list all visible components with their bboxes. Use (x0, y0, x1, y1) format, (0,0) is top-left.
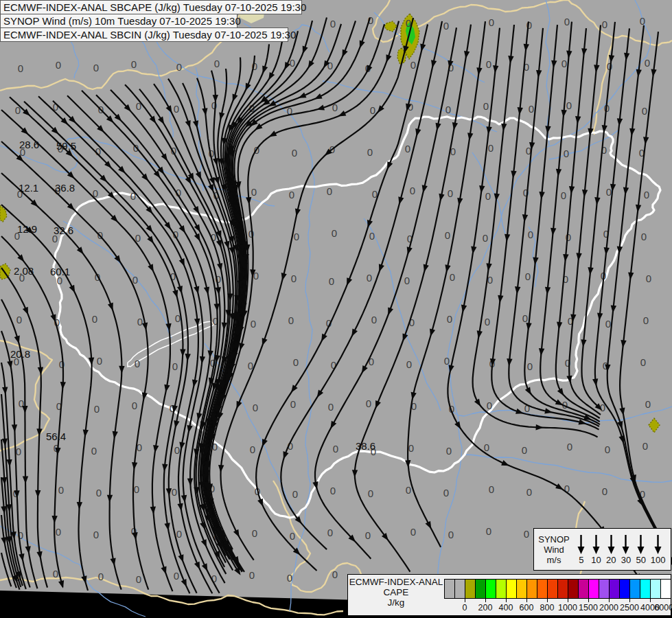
zero-value: 0 (332, 569, 338, 580)
title-sbcin: ECMWF-INDEX-ANAL SBCIN (J/kg) Tuesday 07… (0, 27, 288, 42)
unit-label: m/s (547, 555, 561, 565)
zero-value: 0 (561, 58, 567, 69)
zero-value: 0 (368, 488, 373, 499)
zero-value: 0 (643, 314, 649, 326)
cape-color-cell (651, 580, 661, 598)
cape-tick-label: 2000 (599, 603, 618, 613)
zero-value: 0 (328, 401, 334, 413)
zero-value: 0 (172, 360, 178, 372)
wind-speed-scale: 510203050100 (574, 529, 671, 570)
cape-tick (568, 599, 568, 602)
station-value: 59.5 (56, 140, 76, 152)
cape-color-cell (630, 580, 640, 598)
zero-value: 0 (327, 60, 333, 71)
cape-color-cell (640, 580, 651, 598)
zero-value: 0 (291, 273, 297, 284)
wind-speed-value: 5 (579, 555, 583, 565)
zero-value: 0 (485, 316, 490, 328)
zero-value: 0 (135, 358, 140, 369)
zero-value: 0 (294, 231, 299, 242)
zero-value: 0 (330, 18, 336, 30)
wind-label: Wind (544, 545, 564, 555)
zero-value: 0 (16, 314, 22, 325)
zero-value: 0 (406, 484, 411, 496)
wind-speed-value: 20 (606, 555, 616, 565)
cape-tick (609, 599, 610, 602)
zero-value: 0 (405, 143, 410, 154)
zero-value: 0 (92, 313, 97, 325)
zero-value: 0 (288, 314, 294, 326)
station-value: 38.6 (356, 440, 375, 452)
zero-value: 0 (529, 103, 534, 115)
zero-value: 0 (91, 445, 97, 457)
zero-value: 0 (443, 487, 449, 499)
zero-value: 0 (640, 15, 645, 27)
zero-value: 0 (131, 58, 137, 70)
zero-value: 0 (365, 529, 371, 541)
station-value: 56.4 (46, 431, 66, 442)
zero-value: 0 (96, 487, 102, 499)
zero-value: 0 (443, 20, 449, 32)
synop-label: SYNOP (538, 534, 570, 545)
map-domain (0, 0, 672, 608)
cape-color-cell (465, 580, 476, 598)
zero-value: 0 (566, 100, 572, 111)
down-arrow-icon (621, 534, 631, 554)
zero-value: 0 (176, 528, 182, 540)
zero-value: 0 (132, 400, 137, 411)
weather-analysis-map: 0000000000000000000000000000000000000000… (0, 0, 672, 618)
zero-value: 0 (410, 59, 416, 71)
wind-speed-class: 20 (606, 534, 616, 565)
zero-value: 0 (290, 398, 296, 410)
zero-value: 0 (410, 185, 415, 196)
zero-value: 0 (640, 356, 646, 368)
cape-color-cell (599, 580, 610, 598)
zero-value: 0 (93, 62, 99, 73)
down-arrow-icon (636, 534, 646, 554)
zero-value: 0 (485, 190, 491, 202)
cape-color-cell (568, 580, 579, 598)
zero-value: 0 (290, 530, 295, 542)
zero-value: 0 (445, 104, 451, 115)
wind-speed-value: 100 (651, 555, 666, 565)
synop-legend-title: SYNOP Wind m/s (534, 529, 574, 570)
cape-tick-label: 600 (520, 603, 534, 613)
station-value: 36.8 (55, 182, 75, 194)
zero-value: 0 (602, 19, 607, 30)
cape-tick (506, 599, 507, 602)
zero-value: 0 (487, 400, 492, 411)
zero-value: 0 (174, 103, 179, 115)
zero-value: 0 (371, 314, 377, 325)
station-value: 28.6 (19, 139, 39, 150)
zero-value: 0 (18, 62, 23, 74)
zero-value: 0 (289, 189, 294, 201)
zero-value: 0 (292, 147, 297, 159)
cape-tick-label: 1500 (579, 603, 598, 613)
cape-tick-label: 2500 (620, 603, 639, 613)
zero-value: 0 (522, 312, 528, 324)
zero-value: 0 (293, 356, 299, 368)
zero-value: 0 (483, 100, 489, 112)
zero-value: 0 (253, 402, 258, 413)
zero-value: 0 (526, 486, 532, 498)
wind-speed-value: 10 (591, 555, 601, 565)
zero-value: 0 (447, 313, 452, 325)
cape-tick (629, 599, 630, 602)
cape-unit-label: J/kg (348, 597, 444, 608)
zero-value: 0 (16, 446, 21, 457)
zero-value: 0 (93, 529, 99, 540)
title-synop-wind: SYNOP Wind (m/s) 10m Tuesday 07-10-2025 … (0, 14, 237, 28)
zero-value: 0 (404, 275, 410, 286)
cape-color-cell (486, 580, 496, 598)
wind-speed-class: 50 (636, 534, 646, 565)
cape-tick (465, 599, 465, 602)
zero-value: 0 (369, 230, 375, 242)
zero-value: 0 (483, 232, 488, 244)
cape-color-cell (527, 580, 537, 598)
zero-value: 0 (251, 318, 256, 330)
cape-color-cell (589, 580, 599, 598)
zero-value: 0 (251, 186, 257, 198)
zero-value: 0 (561, 190, 566, 201)
zero-value: 0 (290, 57, 295, 69)
station-value: 20.8 (10, 348, 30, 360)
